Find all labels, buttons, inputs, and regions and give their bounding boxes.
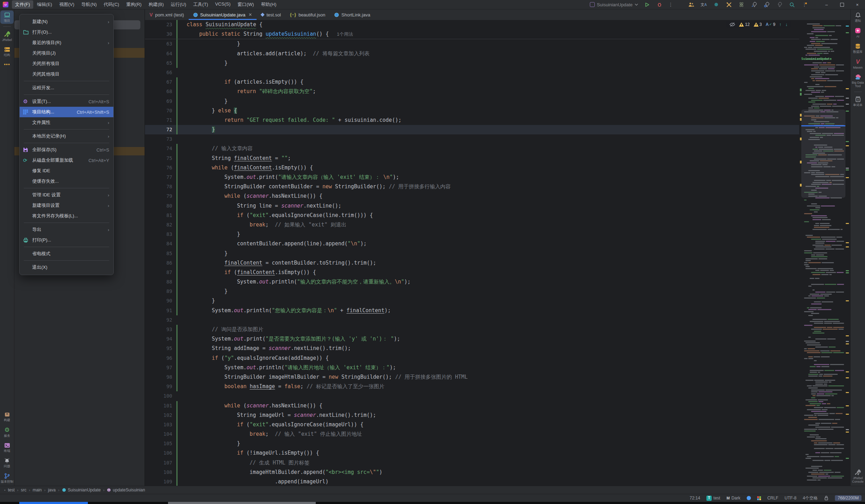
run-button[interactable] <box>643 1 651 8</box>
code-line-92[interactable]: 92 <box>145 315 850 325</box>
code-text[interactable]: while (finalContent.isEmpty()) { <box>177 163 850 173</box>
line-number[interactable]: 71 <box>145 115 176 125</box>
code-text[interactable]: System.out.print("是否需要为文章添加图片？(输入 'y' 或 … <box>177 334 850 344</box>
rocket-off-icon[interactable] <box>775 1 783 8</box>
theme[interactable]: MDark <box>726 496 740 500</box>
code-text[interactable]: return "GET request failed. Code: " + su… <box>177 115 850 125</box>
code-text[interactable] <box>177 315 850 325</box>
code-text[interactable]: } else { <box>177 106 850 115</box>
line-number[interactable]: 63 <box>145 39 176 49</box>
code-line-98[interactable]: 98StringBuilder imageHtmlBuilder = new S… <box>145 372 850 382</box>
line-number[interactable]: 77 <box>145 173 176 182</box>
code-text[interactable]: if (finalContent.isEmpty()) { <box>177 268 850 277</box>
code-text[interactable]: // 输入文章内容 <box>177 144 850 153</box>
editor-tab-3[interactable]: test.sol <box>257 9 285 20</box>
code-line-70[interactable]: 70} else { <box>145 106 850 115</box>
code-line-95[interactable]: 95String addImage = scanner.nextLine().t… <box>145 344 850 353</box>
code-text[interactable]: } <box>177 97 850 106</box>
line-number[interactable]: 95 <box>145 344 176 353</box>
code-text[interactable] <box>177 134 850 144</box>
code-text[interactable]: System.out.println("您输入的文章内容是：\n" + fina… <box>177 306 850 315</box>
line-number[interactable]: 64 <box>145 49 176 58</box>
line-number[interactable]: 105 <box>145 439 176 448</box>
line-number[interactable]: 76 <box>145 163 176 173</box>
breadcrumb-item-SuisuinianUpdate[interactable]: SuisuinianUpdate <box>62 488 101 492</box>
search-icon[interactable] <box>788 1 796 8</box>
code-line-64[interactable]: 64articles.add(article); // 将每篇文章加入列表 <box>145 49 850 58</box>
left-tool-结构[interactable]: 结构 <box>0 45 14 58</box>
menubar-item-6[interactable]: 重构(R) <box>123 0 145 9</box>
weak-warnings-count[interactable]: 3 <box>754 22 762 27</box>
file-menu-item-20[interactable]: 管理 IDE 设置› <box>20 190 113 200</box>
right-tool-Maven[interactable]: VMaven <box>851 57 865 71</box>
code-line-80[interactable]: 80String line = scanner.nextLine(); <box>145 201 850 211</box>
encoding[interactable]: UTF-8 <box>784 496 796 500</box>
caret-position[interactable]: 72:14 <box>690 496 700 500</box>
menubar-item-8[interactable]: 运行(U) <box>168 0 189 9</box>
code-line-82[interactable]: 82break; // 如果输入 "exit" 则退出 <box>145 220 850 230</box>
code-line-85[interactable]: 85} <box>145 249 850 258</box>
code-line-75[interactable]: 75String finalContent = ""; <box>145 154 850 163</box>
code-text[interactable]: if (!imageUrl.isEmpty()) { <box>177 448 850 458</box>
file-menu-item-0[interactable]: 新建(N)› <box>20 16 113 27</box>
code-line-65[interactable]: 65} <box>145 58 850 68</box>
code-text[interactable]: String imageUrl = scanner.nextLine().tri… <box>177 411 850 420</box>
line-number[interactable]: 78 <box>145 182 176 191</box>
line-number[interactable]: 102 <box>145 411 176 420</box>
code-line-76[interactable]: 76while (finalContent.isEmpty()) { <box>145 163 850 173</box>
line-number[interactable]: 106 <box>145 448 176 458</box>
line-number[interactable]: 82 <box>145 220 176 230</box>
code-line-30[interactable]: 30public static String updateSuisuinian(… <box>145 29 850 39</box>
code-text[interactable]: articles.add(article); // 将每篇文章加入列表 <box>177 49 850 58</box>
menubar-item-9[interactable]: 工具(T) <box>190 0 211 9</box>
more-run-options-icon[interactable]: ⋮ <box>668 2 673 7</box>
users-icon[interactable] <box>687 1 695 8</box>
code-text[interactable]: if ("y".equalsIgnoreCase(addImage)) { <box>177 354 850 363</box>
file-menu-item-2[interactable]: 最近的项目(R)› <box>20 37 113 48</box>
code-line-83[interactable]: 83} <box>145 230 850 239</box>
code-text[interactable]: if (articles.isEmpty()) { <box>177 77 850 87</box>
code-text[interactable]: break; // 输入 "exit" 停止输入图片地址 <box>177 429 850 439</box>
translate-icon[interactable]: 文A <box>700 1 707 8</box>
code-text[interactable]: imageHtmlBuilder.append("<br><img src=\"… <box>177 468 850 477</box>
right-tool-JRebel Console[interactable]: JRJRebel Console <box>851 467 865 485</box>
line-number[interactable]: 94 <box>145 334 176 344</box>
memory-indicator[interactable]: 768/2200M <box>835 495 861 501</box>
left-tool-项目[interactable]: 项目 <box>0 10 14 24</box>
line-number[interactable]: 81 <box>145 211 176 220</box>
line-number[interactable]: 72 <box>145 125 176 134</box>
file-menu-item-27[interactable]: 省电模式 <box>20 248 113 259</box>
breadcrumb-item-main[interactable]: main <box>33 488 42 492</box>
line-number[interactable]: 69 <box>145 97 176 106</box>
code-text[interactable]: } <box>177 439 850 448</box>
next-problem-icon[interactable]: ↓ <box>786 22 788 27</box>
code-line-93[interactable]: 93// 询问是否添加图片 <box>145 325 850 334</box>
line-number[interactable]: 109 <box>145 477 176 486</box>
file-menu-item-17[interactable]: 修复 IDE <box>20 166 113 176</box>
code-line-87[interactable]: 87if (finalContent.isEmpty()) { <box>145 268 850 277</box>
record-icon[interactable] <box>712 1 720 8</box>
code-text[interactable]: return "碎碎念内容获取为空"; <box>177 87 850 96</box>
line-number[interactable]: 89 <box>145 287 176 296</box>
code-text[interactable]: .append(imageUrl) <box>177 477 850 486</box>
inspections-widget[interactable]: 12 3 A✓9 ↑ ↓ <box>726 21 791 28</box>
code-line-72[interactable]: 72} <box>145 125 850 134</box>
line-number[interactable]: 103 <box>145 420 176 429</box>
code-line-100[interactable]: 100 <box>145 391 850 401</box>
code-text[interactable]: } <box>177 39 850 49</box>
run-configuration-select[interactable]: SuisuinianUpdate <box>590 2 638 7</box>
file-menu-item-10[interactable]: 项目结构...Ctrl+Alt+Shift+S <box>20 107 113 117</box>
code-text[interactable]: String addImage = scanner.nextLine().tri… <box>177 344 850 353</box>
code-line-91[interactable]: 91System.out.println("您输入的文章内容是：\n" + fi… <box>145 306 850 315</box>
editor-tab-1[interactable]: Vpom.xml (test) <box>145 9 189 20</box>
breadcrumb-item-test[interactable]: test <box>8 488 15 492</box>
menubar-item-11[interactable]: 窗口(W) <box>235 0 257 9</box>
code-line-86[interactable]: 86finalContent = contentBuilder.toString… <box>145 258 850 268</box>
code-text[interactable]: } <box>177 249 850 258</box>
code-line-68[interactable]: 68return "碎碎念内容获取为空"; <box>145 87 850 96</box>
file-menu-item-7[interactable]: 远程开发... <box>20 83 113 93</box>
code-line-66[interactable]: 66 <box>145 68 850 77</box>
tools-icon[interactable] <box>725 1 733 8</box>
code-line-74[interactable]: 74// 输入文章内容 <box>145 144 850 153</box>
code-text[interactable]: while (scanner.hasNextLine()) { <box>177 191 850 201</box>
